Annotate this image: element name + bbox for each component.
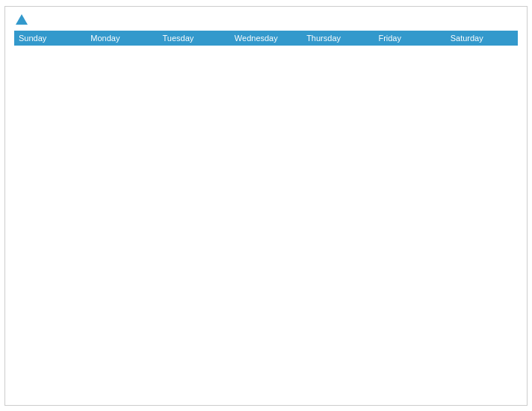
day-header-saturday: Saturday xyxy=(446,31,518,46)
calendar-grid: SundayMondayTuesdayWednesdayThursdayFrid… xyxy=(14,31,518,398)
weeks-container xyxy=(14,46,518,398)
logo-triangle-icon xyxy=(16,14,28,25)
day-header-thursday: Thursday xyxy=(302,31,374,46)
day-header-monday: Monday xyxy=(86,31,158,46)
calendar-header xyxy=(14,14,518,25)
day-header-friday: Friday xyxy=(374,31,445,46)
day-headers: SundayMondayTuesdayWednesdayThursdayFrid… xyxy=(14,31,518,46)
day-header-sunday: Sunday xyxy=(14,31,86,46)
calendar: SundayMondayTuesdayWednesdayThursdayFrid… xyxy=(4,6,528,406)
day-header-wednesday: Wednesday xyxy=(230,31,302,46)
day-header-tuesday: Tuesday xyxy=(158,31,230,46)
logo xyxy=(14,14,29,25)
